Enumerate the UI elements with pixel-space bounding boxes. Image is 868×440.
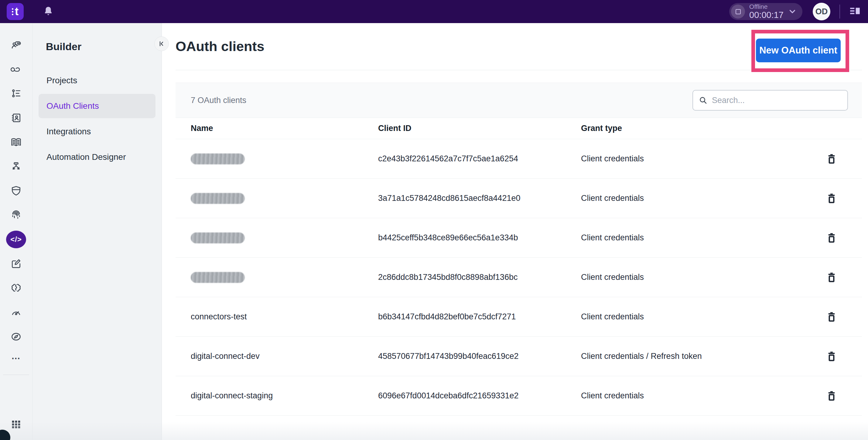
split-branch-icon[interactable] [6,158,26,175]
contacts-icon[interactable] [6,109,26,127]
builder-nav: Projects OAuth Clients Integrations Auto… [38,68,155,171]
client-name-cell [191,153,378,165]
trash-icon [826,153,838,165]
logo-letter: t [15,6,19,17]
client-id-cell: 6096e67fd0014dceba6dfc21659331e2 [378,391,581,401]
table-row[interactable]: 2c86ddc8b17345bd8f0c8898abf136bc Client … [176,258,862,297]
player-status-pill[interactable]: Offline 00:00:17 [729,3,802,20]
edit-icon[interactable] [6,255,26,272]
grant-type-cell: Client credentials [581,194,801,203]
grant-type-cell: Client credentials [581,312,801,322]
client-count: 7 OAuth clients [191,96,246,105]
delete-client-button[interactable] [823,150,840,168]
delete-client-button[interactable] [823,348,840,365]
builder-panel: Builder Projects OAuth Clients Integrati… [32,23,162,440]
search-input[interactable] [712,96,842,105]
client-id-cell: 2c86ddc8b17345bd8f0c8898abf136bc [378,272,581,282]
table-row[interactable]: connectors-test b6b34147cfbd4d82bef0be7c… [176,297,862,337]
code-icon[interactable]: </> [6,231,26,248]
search-box[interactable] [692,90,848,111]
delete-client-button[interactable] [823,308,840,326]
collapse-panel-button[interactable] [154,36,169,51]
trash-icon [826,271,838,284]
sidebar-item-integrations[interactable]: Integrations [38,119,155,144]
avatar[interactable]: OD [813,3,830,20]
layout-panel-icon[interactable] [848,5,861,19]
delete-client-button[interactable] [823,189,840,207]
grant-type-cell: Client credentials [581,272,801,282]
trash-icon [826,350,838,362]
search-icon [699,96,708,105]
grant-type-cell: Client credentials [581,154,801,164]
rail-divider [3,375,29,375]
trash-icon [826,232,838,244]
client-name-cell [191,272,378,283]
table-row[interactable]: digital-connect-dev 458570677bf14743b99b… [176,337,862,376]
status-label: Offline [749,3,783,10]
brain-icon[interactable] [6,279,26,297]
grant-type-cell: Client credentials [581,233,801,242]
redacted-name [191,232,245,243]
table-row[interactable]: 3a71a1c5784248cd8615aecf8a4421e0 Client … [176,179,862,218]
redacted-name [191,153,245,165]
client-id-cell: 458570677bf14743b99b40feac619ce2 [378,352,581,361]
trash-icon [826,311,838,323]
gauge-icon[interactable] [6,303,26,321]
logo-dots-icon [12,8,13,15]
table-row[interactable]: c2e43b3f22614562a7c7f7c5ae1a6254 Client … [176,139,862,179]
grant-type-cell: Client credentials [581,391,801,401]
client-id-cell: c2e43b3f22614562a7c7f7c5ae1a6254 [378,154,581,164]
panel-title: Builder [46,41,162,53]
table-body: c2e43b3f22614562a7c7f7c5ae1a6254 Client … [176,139,862,416]
column-header-grant-type: Grant type [581,124,801,133]
chevron-down-icon [788,7,797,16]
sidebar-item-oauth-clients[interactable]: OAuth Clients [38,94,155,118]
support-chat-icon[interactable] [6,36,26,54]
documentation-book-icon[interactable] [6,134,26,151]
compass-icon[interactable] [6,328,26,346]
table-row[interactable]: b4425ceff5b348ce89e66ec56a1e334b Client … [176,218,862,258]
delete-client-button[interactable] [823,269,840,286]
client-name-cell [191,232,378,243]
trash-icon [826,192,838,205]
client-name-cell: digital-connect-staging [191,391,378,401]
sidebar-item-projects[interactable]: Projects [38,68,155,93]
notifications-bell-icon[interactable] [43,6,54,17]
loop-icon[interactable] [6,60,26,78]
workflow-steps-icon[interactable] [6,85,26,102]
client-name-cell [191,193,378,204]
top-bar: t Offline 00:00:17 OD [0,0,868,23]
grant-type-cell: Client credentials / Refresh token [581,352,801,361]
delete-client-button[interactable] [823,229,840,247]
sidebar-item-automation-designer[interactable]: Automation Designer [38,145,155,169]
column-header-client-id: Client ID [378,124,581,133]
status-timer: 00:00:17 [749,10,783,20]
main-content: New OAuth client OAuth clients 7 OAuth c… [162,23,868,440]
delete-client-button[interactable] [823,387,840,405]
client-id-cell: b6b34147cfbd4d82bef0be7c5dcf7271 [378,312,581,322]
shield-icon[interactable] [6,182,26,200]
client-name-cell: connectors-test [191,312,378,322]
client-id-cell: 3a71a1c5784248cd8615aecf8a4421e0 [378,194,581,203]
app-grid-icon[interactable] [10,418,22,432]
client-name-cell: digital-connect-dev [191,352,378,361]
app-logo[interactable]: t [7,3,24,20]
fingerprint-icon[interactable] [6,206,26,224]
redacted-name [191,272,245,283]
redacted-name [191,193,245,204]
table-row[interactable]: digital-connect-staging 6096e67fd0014dce… [176,376,862,416]
topbar-divider [839,5,840,19]
trash-icon [826,390,838,402]
table-header-row: Name Client ID Grant type [176,118,862,139]
column-header-name: Name [191,124,378,133]
page-title: OAuth clients [176,38,265,54]
new-oauth-client-button[interactable]: New OAuth client [756,38,841,62]
player-stop-icon [731,5,745,19]
icon-rail: </> … [0,23,32,440]
table-toolbar: 7 OAuth clients [176,83,862,118]
client-id-cell: b4425ceff5b348ce89e66ec56a1e334b [378,233,581,242]
more-icon[interactable]: … [11,351,21,363]
